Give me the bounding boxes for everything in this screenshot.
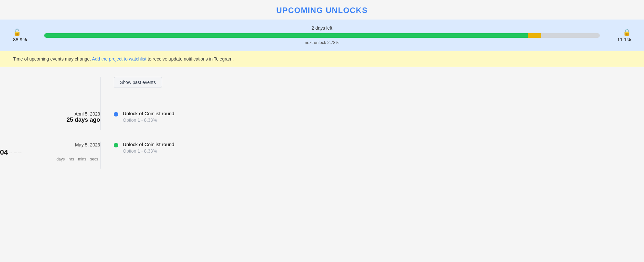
- progress-pct-left: 88.9%: [13, 37, 27, 42]
- spacer-left: [0, 77, 101, 111]
- countdown-unit-secs: secs: [90, 157, 98, 161]
- content-wrapper: Show past events April 5, 2023 25 days a…: [0, 67, 644, 180]
- show-past-container: Show past events: [101, 77, 162, 111]
- countdown-sep-1: --: [8, 150, 12, 156]
- event-info-col-2: Unlock of Coinlist round Option 1 - 8.33…: [101, 142, 644, 169]
- event-subtitle-2: Option 1 - 8.33%: [123, 148, 174, 154]
- watchlist-link[interactable]: Add the project to watchlist: [92, 56, 148, 62]
- event-row-1: April 5, 2023 25 days ago Unlock of Coin…: [0, 111, 644, 130]
- event-subtitle-1: Option 1 - 8.33%: [123, 117, 174, 123]
- event-details-1: Unlock of Coinlist round Option 1 - 8.33…: [123, 111, 174, 123]
- progress-section: 🔓 88.9% 2 days left next unlock 2.78% 🔒 …: [0, 20, 644, 51]
- countdown-sep-2: --: [13, 150, 17, 156]
- next-unlock-label: next unlock 2.78%: [305, 40, 339, 45]
- event-title-2: Unlock of Coinlist round: [123, 142, 174, 147]
- notification-banner: Time of upcoming events may change. Add …: [0, 51, 644, 67]
- lock-open-icon: 🔓: [13, 28, 21, 36]
- progress-bar: [44, 33, 600, 38]
- show-past-row: Show past events: [0, 77, 644, 111]
- event-row-2: May 5, 2023 04 -- -- -- days hrs mins se…: [0, 142, 644, 169]
- countdown-unit-hrs: hrs: [69, 157, 74, 161]
- timeline-dot-1: [114, 112, 118, 117]
- progress-bar-yellow: [528, 33, 542, 38]
- show-past-events-button[interactable]: Show past events: [114, 77, 162, 88]
- progress-right: 🔒 11.1%: [605, 28, 631, 42]
- days-left-label: 2 days left: [312, 25, 332, 31]
- notification-text-after: to receive update notifications in Teleg…: [148, 56, 234, 62]
- countdown-sep-3: --: [18, 150, 22, 156]
- event-date-2: May 5, 2023: [0, 142, 100, 147]
- countdown-unit-mins: mins: [78, 157, 86, 161]
- progress-pct-right: 11.1%: [617, 37, 631, 42]
- progress-center: 2 days left next unlock 2.78%: [44, 25, 600, 45]
- progress-left: 🔓 88.9%: [13, 28, 39, 42]
- event-title-1: Unlock of Coinlist round: [123, 111, 174, 116]
- event-date-col-2: May 5, 2023 04 -- -- -- days hrs mins se…: [0, 142, 101, 169]
- event-time-ago-1: 25 days ago: [0, 117, 100, 123]
- event-date-col-1: April 5, 2023 25 days ago: [0, 111, 101, 130]
- event-details-2: Unlock of Coinlist round Option 1 - 8.33…: [123, 142, 174, 154]
- event-date-1: April 5, 2023: [0, 111, 100, 117]
- events-area: Show past events April 5, 2023 25 days a…: [0, 67, 644, 180]
- lock-closed-icon: 🔒: [623, 28, 631, 36]
- countdown-unit-days: days: [57, 157, 65, 161]
- countdown-days: 04: [0, 148, 8, 157]
- notification-text-before: Time of upcoming events may change.: [13, 56, 92, 62]
- timeline-dot-2: [114, 143, 118, 147]
- progress-bar-green: [44, 33, 528, 38]
- event-info-col-1: Unlock of Coinlist round Option 1 - 8.33…: [101, 111, 644, 130]
- event-countdown-2: 04 -- -- --: [0, 148, 100, 157]
- countdown-units-row: days hrs mins secs: [0, 157, 100, 162]
- page-title: UPCOMING UNLOCKS: [0, 0, 644, 20]
